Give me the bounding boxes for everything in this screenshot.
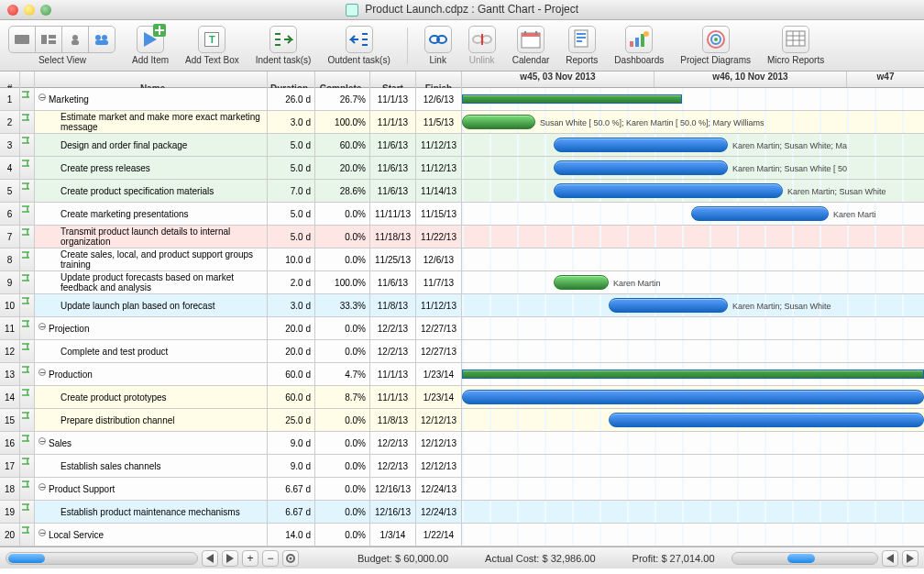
finish-cell[interactable]: 12/24/13 [416,501,462,523]
duration-cell[interactable]: 9.0 d [268,455,315,477]
start-cell[interactable]: 12/2/13 [370,340,416,362]
complete-cell[interactable]: 4.7% [315,363,370,385]
gantt-bar[interactable]: Susan White [ 50.0 %]; Karen Martin [ 50… [462,115,535,129]
close-icon[interactable] [7,5,18,16]
complete-cell[interactable]: 8.7% [315,386,370,408]
gantt-cell[interactable] [462,340,924,362]
complete-cell[interactable]: 0.0% [315,501,370,523]
project-diagrams-button[interactable] [702,26,730,53]
scroll-right-button[interactable] [222,550,238,567]
start-cell[interactable]: 11/8/13 [370,409,416,431]
duration-cell[interactable]: 20.0 d [268,317,315,339]
task-name-cell[interactable]: Design and order final package [35,134,268,156]
table-row[interactable]: 19Establish product maintenance mechanis… [0,501,924,524]
task-name-cell[interactable]: Create sales, local, and product support… [35,248,268,270]
gantt-cell[interactable] [462,524,924,546]
start-cell[interactable]: 11/1/13 [370,386,416,408]
table-row[interactable]: 13Production60.0 d4.7%11/1/131/23/14 [0,363,924,386]
zoom-out-button[interactable]: − [262,550,279,567]
minimize-icon[interactable] [24,5,35,16]
gantt-cell[interactable]: Karen Martin; Susan White [462,180,924,202]
task-name-cell[interactable]: Estimate market and make more exact mark… [35,111,268,133]
horizontal-scrollbar-left[interactable] [6,552,198,565]
duration-cell[interactable]: 20.0 d [268,340,315,362]
duration-cell[interactable]: 5.0 d [268,203,315,225]
table-row[interactable]: 8Create sales, local, and product suppor… [0,248,924,271]
finish-cell[interactable]: 12/27/13 [416,317,462,339]
duration-cell[interactable]: 14.0 d [268,524,315,546]
task-name-cell[interactable]: Create press releases [35,157,268,179]
complete-cell[interactable]: 0.0% [315,432,370,454]
table-row[interactable]: 15Prepare distribution channel25.0 d0.0%… [0,409,924,432]
complete-cell[interactable]: 0.0% [315,478,370,500]
finish-cell[interactable]: 12/6/13 [416,88,462,110]
unlink-button[interactable] [468,26,496,53]
gantt-cell[interactable] [462,386,924,408]
task-name-cell[interactable]: Create product specification materials [35,180,268,202]
start-cell[interactable]: 11/1/13 [370,363,416,385]
gantt-cell[interactable]: Karen Martin; Susan White [ 50 [462,157,924,179]
table-row[interactable]: 18Product Support6.67 d0.0%12/16/1312/24… [0,478,924,501]
finish-cell[interactable]: 11/5/13 [416,111,462,133]
complete-cell[interactable]: 0.0% [315,317,370,339]
gantt-cell[interactable] [462,432,924,454]
finish-cell[interactable]: 1/22/14 [416,524,462,546]
gantt-cell[interactable]: Susan White [ 50.0 %]; Karen Martin [ 50… [462,111,924,133]
gantt-cell[interactable] [462,248,924,270]
table-row[interactable]: 10Update launch plan based on forecast3.… [0,294,924,317]
start-cell[interactable]: 12/16/13 [370,501,416,523]
table-row[interactable]: 3Design and order final package5.0 d60.0… [0,134,924,157]
finish-cell[interactable]: 12/12/13 [416,455,462,477]
task-name-cell[interactable]: Create product prototypes [35,386,268,408]
gantt-bar[interactable]: Karen Marti [691,206,829,221]
zoom-in-button[interactable]: + [242,550,258,567]
complete-cell[interactable]: 28.6% [315,180,370,202]
finish-cell[interactable]: 11/15/13 [416,203,462,225]
link-button[interactable] [424,26,452,53]
gantt-cell[interactable] [462,455,924,477]
reports-button[interactable] [568,26,596,53]
complete-cell[interactable]: 0.0% [315,340,370,362]
table-row[interactable]: 9Update product forecasts based on marke… [0,271,924,294]
finish-cell[interactable]: 12/12/13 [416,432,462,454]
start-cell[interactable]: 12/16/13 [370,478,416,500]
start-cell[interactable]: 12/2/13 [370,432,416,454]
duration-cell[interactable]: 9.0 d [268,432,315,454]
complete-cell[interactable]: 0.0% [315,409,370,431]
table-row[interactable]: 11Projection20.0 d0.0%12/2/1312/27/13 [0,317,924,340]
duration-cell[interactable]: 5.0 d [268,134,315,156]
task-name-cell[interactable]: Establish sales channels [35,455,268,477]
gantt-cell[interactable] [462,501,924,523]
task-name-cell[interactable]: Update product forecasts based on market… [35,271,268,293]
table-row[interactable]: 7Transmit product launch details to inte… [0,226,924,248]
gantt-bar[interactable]: Karen Martin; Susan White [ 50 [554,160,728,175]
table-row[interactable]: 17Establish sales channels9.0 d0.0%12/2/… [0,455,924,478]
complete-cell[interactable]: 33.3% [315,294,370,316]
finish-cell[interactable]: 12/27/13 [416,340,462,362]
gantt-bar[interactable] [462,370,924,379]
start-cell[interactable]: 11/1/13 [370,88,416,110]
complete-cell[interactable]: 26.7% [315,88,370,110]
calendar-button[interactable] [517,26,544,53]
table-row[interactable]: 2Estimate market and make more exact mar… [0,111,924,134]
duration-cell[interactable]: 5.0 d [268,226,315,248]
duration-cell[interactable]: 3.0 d [268,111,315,133]
scroll-right-button-2[interactable] [902,550,918,567]
finish-cell[interactable]: 12/12/13 [416,409,462,431]
outdent-button[interactable] [346,26,373,53]
finish-cell[interactable]: 11/7/13 [416,271,462,293]
task-name-cell[interactable]: Product Support [35,478,268,500]
start-cell[interactable]: 11/6/13 [370,271,416,293]
task-name-cell[interactable]: Transmit product launch details to inter… [35,226,268,248]
gantt-bar[interactable]: Karen Martin [554,275,609,290]
add-item-button[interactable] [137,26,164,53]
scroll-left-button-2[interactable] [882,550,898,567]
table-row[interactable]: 16Sales9.0 d0.0%12/2/1312/12/13 [0,432,924,455]
gantt-bar[interactable] [462,390,924,404]
duration-cell[interactable]: 26.0 d [268,88,315,110]
finish-cell[interactable]: 1/23/14 [416,386,462,408]
complete-cell[interactable]: 0.0% [315,226,370,248]
finish-cell[interactable]: 11/22/13 [416,226,462,248]
task-name-cell[interactable]: Marketing [35,88,268,110]
finish-cell[interactable]: 12/24/13 [416,478,462,500]
